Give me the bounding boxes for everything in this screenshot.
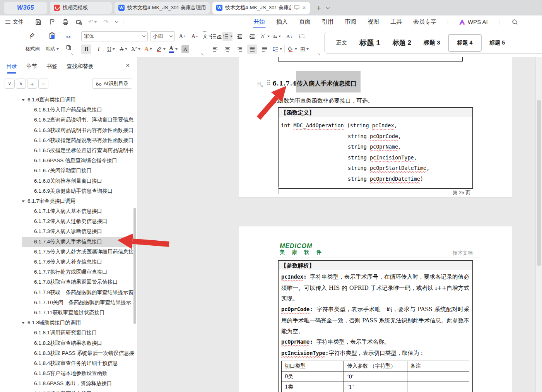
- char-shading-button[interactable]: A: [180, 45, 190, 54]
- toc-item[interactable]: 6.1.8.1调用药研究窗口接口: [22, 328, 134, 338]
- toc-item[interactable]: 6.1.6.1传入用户药品信息接口: [22, 105, 134, 115]
- text-effect-button[interactable]: A: [143, 45, 153, 54]
- document-tab[interactable]: 找稻壳模板: [50, 2, 112, 14]
- collapse-all-button[interactable]: ∨: [5, 79, 15, 89]
- shading-dropdown-icon[interactable]: [295, 48, 297, 50]
- toc-item[interactable]: 6.1.8.2获取审查结果条数接口: [22, 338, 134, 348]
- char-spacing-button[interactable]: ⇆: [272, 32, 282, 41]
- expand-triangle-icon[interactable]: [22, 322, 25, 324]
- style-preset[interactable]: 标题 2: [388, 36, 416, 50]
- sidebar-tab[interactable]: 目录: [6, 63, 17, 70]
- sort-button[interactable]: A↓: [284, 32, 294, 41]
- search-icon[interactable]: [511, 18, 519, 26]
- toc-item[interactable]: 6.1.6查询类接口调用: [22, 95, 134, 105]
- line-spacing-dropdown-icon[interactable]: [280, 48, 282, 50]
- expand-triangle-icon[interactable]: [22, 200, 25, 202]
- bold-button[interactable]: B: [81, 45, 91, 54]
- font-group-expander[interactable]: ↘: [200, 52, 203, 56]
- menu-item[interactable]: 引用: [322, 18, 333, 26]
- toc-item[interactable]: 6.1.6.4获取指定药品说明书有效性函数接口: [22, 135, 134, 146]
- document-page-26[interactable]: MEDICOM 美 康 软 件 技术文档 【参数解析】 pcIndex: 字符串…: [239, 226, 512, 392]
- align-right-button[interactable]: [235, 45, 245, 54]
- align-center-button[interactable]: [222, 45, 233, 54]
- superscript-dropdown-icon[interactable]: [138, 48, 140, 50]
- screen-share-icon[interactable]: [294, 5, 299, 11]
- toc-item[interactable]: 6.1.6.9美康健康助手信息查询接口: [22, 186, 134, 196]
- font-name-select[interactable]: 宋体: [81, 31, 148, 41]
- toc-item[interactable]: 6.1.7.2传入病人过敏史信息接口: [22, 216, 134, 226]
- style-preset[interactable]: 标题 5: [485, 37, 510, 49]
- toc-item[interactable]: 6.1.7审查类接口调用: [22, 196, 134, 206]
- export-pdf-icon[interactable]: [48, 18, 56, 26]
- toc-item[interactable]: 6.1.7.9获取一条药品医嘱的审查结果提示窗...: [22, 288, 134, 298]
- menu-item[interactable]: 开始: [253, 18, 265, 26]
- copy-button[interactable]: [63, 43, 74, 52]
- underline-dropdown-icon[interactable]: [113, 48, 115, 50]
- numbered-list-dropdown-icon[interactable]: [230, 36, 233, 37]
- document-page-25[interactable]: H4 6.1.7.4传入病人手术信息接口 此函数为审查类函数非必要接口，可选。 …: [239, 57, 512, 197]
- menu-item[interactable]: 页面: [299, 18, 311, 26]
- cut-button[interactable]: ✂: [63, 33, 74, 42]
- italic-button[interactable]: I: [94, 45, 104, 54]
- clipboard-group-expander[interactable]: ↘: [70, 52, 74, 56]
- line-spacing-button[interactable]: [272, 45, 282, 54]
- font-color-dropdown-icon[interactable]: [175, 48, 178, 50]
- close-tab-icon[interactable]: ✕: [302, 5, 306, 10]
- font-color-button[interactable]: A: [168, 45, 178, 54]
- bullet-list-dropdown-icon[interactable]: [218, 36, 220, 37]
- zoom-out-outline-button[interactable]: −: [38, 79, 48, 89]
- style-preset[interactable]: 标题 3: [419, 37, 445, 49]
- toc-item[interactable]: 6.1.7.10关闭一条药品医嘱的审查结果提示...: [22, 298, 134, 308]
- sidebar-tab[interactable]: 章节: [26, 63, 37, 70]
- text-effect-dropdown-icon[interactable]: [150, 48, 152, 50]
- shading-button[interactable]: [287, 45, 297, 54]
- redo-icon[interactable]: ↷: [102, 18, 110, 26]
- numbered-list-button[interactable]: 123: [222, 32, 233, 41]
- document-scrollbar-track[interactable]: [535, 57, 542, 392]
- drag-handle-icon[interactable]: [267, 80, 271, 85]
- toc-item[interactable]: 6.1.6.3获取药品说明书内容有效性函数接口: [22, 125, 134, 135]
- toc-item[interactable]: 6.1.7.11获取审查通过状态接口: [22, 308, 134, 318]
- more-commands-chevron-icon[interactable]: [115, 19, 119, 23]
- expand-triangle-icon[interactable]: [22, 99, 25, 101]
- decrease-font-button[interactable]: A−: [190, 32, 200, 41]
- paste-button[interactable]: 粘贴: [44, 31, 60, 54]
- print-preview-icon[interactable]: [75, 18, 83, 26]
- sidebar-tab[interactable]: 查找和替换: [67, 63, 94, 70]
- highlight-button[interactable]: [156, 45, 166, 54]
- toc-item[interactable]: 6.1.8.3获取 PASS 系统最后一次错误信息接...: [22, 348, 134, 358]
- file-menu[interactable]: 文件: [5, 19, 24, 26]
- format-painter-button[interactable]: 格式刷: [24, 31, 41, 54]
- undo-dropdown-icon[interactable]: [94, 21, 97, 23]
- toc-item[interactable]: 6.1.6.5按指定坐标位置进行查询药品说明书...: [22, 146, 134, 156]
- toc-item[interactable]: 6.1.7.3传入病人诊断信息接口: [22, 226, 134, 236]
- superscript-button[interactable]: X²: [131, 45, 141, 54]
- wps-ai-button[interactable]: WPS AI: [459, 19, 488, 25]
- menu-item[interactable]: 工具: [390, 18, 402, 26]
- paste-dropdown-icon[interactable]: [56, 48, 59, 50]
- expand-all-button[interactable]: ∧: [16, 79, 26, 89]
- menu-item[interactable]: 审阅: [345, 18, 356, 26]
- toc-item[interactable]: 6.1.8.6PASS 退出，资源释放接口: [22, 378, 134, 389]
- distribute-button[interactable]: [260, 45, 270, 54]
- toc-item[interactable]: 6.1.6.7关闭浮动窗口接口: [22, 166, 134, 176]
- new-tab-button[interactable]: +: [316, 4, 321, 12]
- toc-item[interactable]: 6.1.7.5传入病人处方或医嘱详细用药信息接...: [22, 247, 134, 257]
- save-icon[interactable]: [34, 18, 43, 26]
- increase-font-button[interactable]: A+: [177, 32, 187, 41]
- strikethrough-dropdown-icon[interactable]: [125, 48, 127, 50]
- style-preset[interactable]: 标题 4: [448, 34, 482, 52]
- borders-dropdown-icon[interactable]: [306, 48, 309, 50]
- style-preset[interactable]: 标题 1: [355, 36, 385, 50]
- toc-item[interactable]: 6.1.8辅助类接口的调用: [22, 318, 134, 328]
- document-tab[interactable]: W技术文档4-MK_JS_301 美康合✕: [212, 2, 310, 14]
- menu-item[interactable]: 会员专享: [413, 18, 436, 26]
- toc-item[interactable]: 6.1.8.4获取审查任务的详细干预信息: [22, 358, 134, 368]
- sidebar-close-icon[interactable]: ✕: [125, 62, 130, 68]
- document-tab[interactable]: W技术文档4-MK_JS_301 美康合理用药: [115, 2, 210, 14]
- font-size-select[interactable]: 小四: [150, 31, 175, 41]
- underline-button[interactable]: U: [106, 45, 116, 54]
- decrease-indent-button[interactable]: [235, 32, 245, 41]
- toc-item[interactable]: 6.1.8.5客户端本地参数设置函数: [22, 368, 134, 378]
- toc-item[interactable]: 6.1.8.7登录科室检入接口: [22, 389, 134, 392]
